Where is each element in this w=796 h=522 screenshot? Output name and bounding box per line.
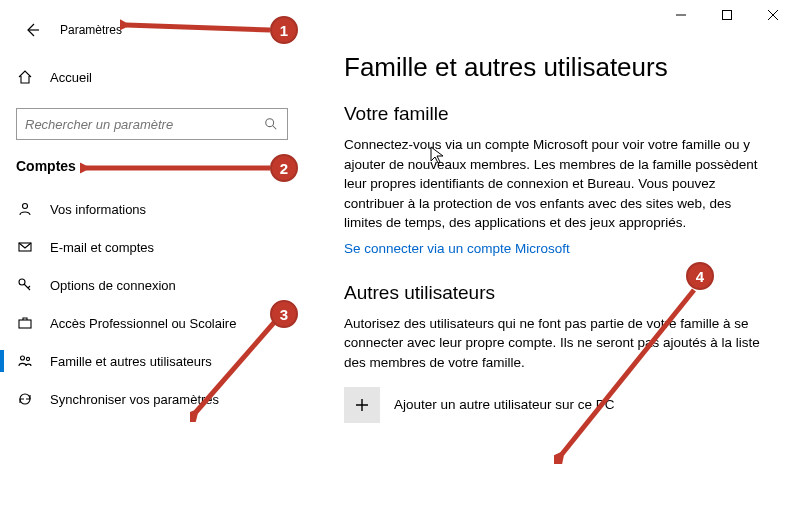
nav-label: Famille et autres utilisateurs: [50, 354, 212, 369]
arrow-left-icon: [24, 22, 40, 38]
nav-family-users[interactable]: Famille et autres utilisateurs: [0, 342, 320, 380]
nav-label: Options de connexion: [50, 278, 176, 293]
plus-icon: [353, 396, 371, 414]
add-user-row[interactable]: Ajouter un autre utilisateur sur ce PC: [344, 387, 772, 423]
nav-label: Synchroniser vos paramètres: [50, 392, 219, 407]
family-description: Connectez-vous via un compte Microsoft p…: [344, 135, 772, 233]
nav-sync-settings[interactable]: Synchroniser vos paramètres: [0, 380, 320, 418]
minimize-button[interactable]: [658, 0, 704, 30]
minimize-icon: [676, 10, 686, 20]
svg-point-0: [266, 119, 274, 127]
signin-microsoft-link[interactable]: Se connecter via un compte Microsoft: [344, 241, 570, 256]
people-icon: [16, 352, 34, 370]
add-user-button[interactable]: [344, 387, 380, 423]
maximize-icon: [722, 10, 732, 20]
briefcase-icon: [16, 314, 34, 332]
nav-label: Vos informations: [50, 202, 146, 217]
back-button[interactable]: [16, 14, 48, 46]
sync-icon: [16, 390, 34, 408]
close-icon: [768, 10, 778, 20]
search-input[interactable]: [25, 117, 263, 132]
annotation-callout-1: 1: [270, 16, 298, 44]
mail-icon: [16, 238, 34, 256]
add-user-label: Ajouter un autre utilisateur sur ce PC: [394, 397, 615, 412]
close-button[interactable]: [750, 0, 796, 30]
others-description: Autorisez des utilisateurs qui ne font p…: [344, 314, 772, 373]
nav-email-accounts[interactable]: E-mail et comptes: [0, 228, 320, 266]
nav-your-info[interactable]: Vos informations: [0, 190, 320, 228]
page-title: Famille et autres utilisateurs: [344, 52, 772, 83]
svg-rect-4: [19, 320, 31, 328]
nav-label: E-mail et comptes: [50, 240, 154, 255]
nav-home[interactable]: Accueil: [0, 58, 320, 96]
search-icon: [263, 116, 279, 132]
home-icon: [16, 68, 34, 86]
maximize-button[interactable]: [704, 0, 750, 30]
nav-label: Accès Professionnel ou Scolaire: [50, 316, 236, 331]
window-title: Paramètres: [60, 23, 122, 37]
key-icon: [16, 276, 34, 294]
nav-label: Accueil: [50, 70, 92, 85]
svg-rect-7: [723, 11, 732, 20]
annotation-callout-2: 2: [270, 154, 298, 182]
annotation-callout-3: 3: [270, 300, 298, 328]
annotation-callout-4: 4: [686, 262, 714, 290]
svg-point-1: [23, 204, 28, 209]
section-family-heading: Votre famille: [344, 103, 772, 125]
person-icon: [16, 200, 34, 218]
svg-point-6: [26, 357, 29, 360]
svg-point-5: [21, 356, 25, 360]
search-box[interactable]: [16, 108, 288, 140]
nav-signin-options[interactable]: Options de connexion: [0, 266, 320, 304]
